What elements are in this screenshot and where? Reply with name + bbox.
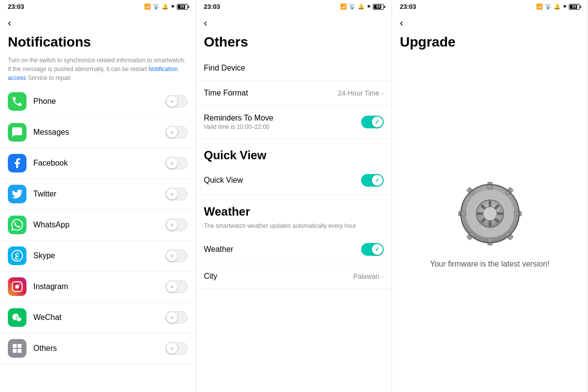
notification-icon-2: 🔔 <box>358 3 365 10</box>
battery-icon-2: 99 <box>373 4 384 10</box>
list-item: Messages ✕ <box>0 117 196 148</box>
status-bar-1: 23:03 📶 📡 🔔 ✴ 99 <box>0 0 196 13</box>
status-icons-3: 📶 📡 🔔 ✴ 99 <box>536 3 580 10</box>
svg-rect-9 <box>488 238 492 245</box>
find-device-label: Find Device <box>204 64 245 73</box>
time-format-item[interactable]: Time Format 24-Hour Time › <box>196 81 392 106</box>
instagram-toggle[interactable]: ✕ <box>165 280 188 293</box>
back-button-2[interactable]: ‹ <box>196 13 392 32</box>
skype-icon <box>8 246 26 265</box>
quick-view-header: Quick View <box>196 139 392 166</box>
whatsapp-icon <box>8 216 26 234</box>
list-item: Twitter ✕ <box>0 179 196 210</box>
weather-header: Weather <box>196 195 392 222</box>
upgrade-content: Your firmware is the latest version! <box>392 56 588 392</box>
others-content: Find Device Time Format 24-Hour Time › R… <box>196 56 392 392</box>
list-item: Instagram ✕ <box>0 271 196 302</box>
status-icons-1: 📶 📡 🔔 ✴ 99 <box>144 3 188 10</box>
quick-view-toggle[interactable] <box>361 174 384 187</box>
svg-rect-3 <box>18 344 22 348</box>
weather-desc: The smartwatch weather updates automatic… <box>196 222 392 235</box>
svg-rect-11 <box>514 211 521 216</box>
status-bar-2: 23:03 📶 📡 🔔 ✴ 99 <box>196 0 392 13</box>
whatsapp-toggle[interactable]: ✕ <box>165 219 188 231</box>
back-button-3[interactable]: ‹ <box>392 13 588 32</box>
facebook-icon <box>8 154 26 172</box>
reminders-label: Reminders To Move <box>204 114 361 122</box>
upgrade-panel: 23:03 📶 📡 🔔 ✴ 99 ‹ Upgrade <box>392 0 588 392</box>
others-panel: 23:03 📶 📡 🔔 ✴ 99 ‹ Others Find Device Ti… <box>196 0 392 392</box>
wifi-icon: 📡 <box>153 3 160 10</box>
others-icon <box>8 339 26 358</box>
whatsapp-label: WhatsApp <box>33 220 165 229</box>
svg-point-21 <box>483 207 497 220</box>
list-item: Skype ✕ <box>0 241 196 271</box>
page-title-1: Notifications <box>0 32 196 56</box>
twitter-toggle[interactable]: ✕ <box>165 188 188 200</box>
reminders-sub: Valid time is 10:00–22:00 <box>204 123 361 130</box>
phone-label: Phone <box>33 97 165 106</box>
bluetooth-icon: ✴ <box>171 3 175 10</box>
wechat-icon <box>8 308 26 327</box>
signal-icon-3: 📶 <box>536 3 543 10</box>
page-title-2: Others <box>196 32 392 56</box>
reminders-item: Reminders To Move Valid time is 10:00–22… <box>196 106 392 139</box>
signal-icon: 📶 <box>144 3 151 10</box>
skype-label: Skype <box>33 251 165 260</box>
list-item: WeChat ✕ <box>0 302 196 333</box>
quick-view-label: Quick View <box>204 176 243 185</box>
instagram-label: Instagram <box>33 282 165 291</box>
status-bar-3: 23:03 📶 📡 🔔 ✴ 99 <box>392 0 588 13</box>
list-item: Facebook ✕ <box>0 148 196 179</box>
list-item: WhatsApp ✕ <box>0 210 196 241</box>
twitter-icon <box>8 185 26 203</box>
facebook-label: Facebook <box>33 159 165 168</box>
svg-rect-10 <box>458 211 466 216</box>
bluetooth-icon-2: ✴ <box>367 3 371 10</box>
wechat-toggle[interactable]: ✕ <box>165 311 188 324</box>
skype-toggle[interactable]: ✕ <box>165 249 188 262</box>
time-3: 23:03 <box>400 3 416 10</box>
quick-view-item: Quick View <box>196 166 392 195</box>
status-icons-2: 📶 📡 🔔 ✴ 99 <box>340 3 384 10</box>
reminders-toggle[interactable] <box>361 116 384 128</box>
svg-rect-4 <box>13 349 17 353</box>
weather-toggle[interactable] <box>361 243 384 256</box>
phone-toggle[interactable]: ✕ <box>165 95 188 108</box>
find-device-item[interactable]: Find Device <box>196 56 392 81</box>
battery-icon: 99 <box>177 4 188 10</box>
phone-icon <box>8 92 26 111</box>
page-subtitle-1: Turn on the switch to synchronize relate… <box>0 56 196 86</box>
time-format-label: Time Format <box>204 89 248 98</box>
notification-icon: 🔔 <box>162 3 169 10</box>
city-label: City <box>204 272 218 281</box>
wechat-label: WeChat <box>33 313 165 322</box>
twitter-label: Twitter <box>33 190 165 198</box>
facebook-toggle[interactable]: ✕ <box>165 157 188 170</box>
notification-icon-3: 🔔 <box>554 3 561 10</box>
page-title-3: Upgrade <box>392 32 588 56</box>
notifications-list: Phone ✕ Messages ✕ Facebook ✕ <box>0 86 196 392</box>
time-format-value: 24-Hour Time › <box>338 89 384 97</box>
others-label: Others <box>33 344 165 353</box>
chevron-right-icon: › <box>381 89 384 97</box>
weather-label: Weather <box>204 245 233 254</box>
instagram-icon <box>8 277 26 296</box>
list-item: Phone ✕ <box>0 86 196 117</box>
messages-toggle[interactable]: ✕ <box>165 126 188 139</box>
bluetooth-icon-3: ✴ <box>563 3 567 10</box>
messages-icon <box>8 123 26 142</box>
city-chevron-icon: › <box>381 272 384 280</box>
notifications-panel: 23:03 📶 📡 🔔 ✴ 99 ‹ Notifications Turn on… <box>0 0 196 392</box>
svg-rect-5 <box>18 349 22 353</box>
city-item[interactable]: City Palawan › <box>196 264 392 289</box>
others-toggle[interactable]: ✕ <box>165 342 188 355</box>
messages-label: Messages <box>33 128 165 137</box>
svg-rect-2 <box>13 344 17 348</box>
wifi-icon-2: 📡 <box>349 3 356 10</box>
battery-icon-3: 99 <box>569 4 580 10</box>
back-button-1[interactable]: ‹ <box>0 13 196 32</box>
wifi-icon-3: 📡 <box>545 3 552 10</box>
signal-icon-2: 📶 <box>340 3 347 10</box>
gear-svg-icon <box>456 179 524 248</box>
